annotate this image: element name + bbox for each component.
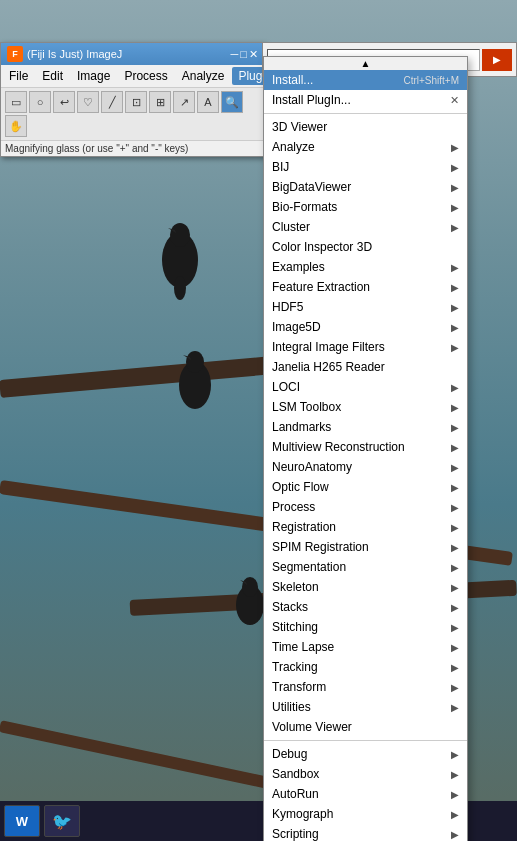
submenu-arrow-icon: ▶ [451, 402, 459, 413]
tool-rect[interactable]: ▭ [5, 91, 27, 113]
menu-item-cluster[interactable]: Cluster▶ [264, 217, 467, 237]
submenu-arrow-icon: ▶ [451, 682, 459, 693]
menu-item-spim-registration[interactable]: SPIM Registration▶ [264, 537, 467, 557]
menu-item-registration[interactable]: Registration▶ [264, 517, 467, 537]
menu-item-bottom-sandbox[interactable]: Sandbox▶ [264, 764, 467, 784]
submenu-arrow-icon: ▶ [451, 582, 459, 593]
menu-analyze[interactable]: Analyze [176, 67, 231, 85]
submenu-arrow-icon: ▶ [451, 322, 459, 333]
menu-item-stitching[interactable]: Stitching▶ [264, 617, 467, 637]
item-label: Cluster [272, 220, 451, 234]
tool-wand[interactable]: ⊞ [149, 91, 171, 113]
item-label: Examples [272, 260, 451, 274]
tool-oval[interactable]: ○ [29, 91, 51, 113]
menu-item-bottom-debug[interactable]: Debug▶ [264, 744, 467, 764]
item-label: Utilities [272, 700, 451, 714]
menu-item-bottom-autorun[interactable]: AutoRun▶ [264, 784, 467, 804]
item-label: Kymograph [272, 807, 451, 821]
item-label: Tracking [272, 660, 451, 674]
menu-file[interactable]: File [3, 67, 34, 85]
menu-item-loci[interactable]: LOCI▶ [264, 377, 467, 397]
menu-item-janelia-h265-reader[interactable]: Janelia H265 Reader [264, 357, 467, 377]
tool-line[interactable]: ╱ [101, 91, 123, 113]
submenu-arrow-icon: ▶ [451, 522, 459, 533]
tool-freehand[interactable]: ♡ [77, 91, 99, 113]
item-label: Time Lapse [272, 640, 451, 654]
menu-item-bottom-kymograph[interactable]: Kymograph▶ [264, 804, 467, 824]
maximize-btn[interactable]: □ [240, 48, 247, 61]
tool-text[interactable]: A [197, 91, 219, 113]
tool-polygon[interactable]: ↩ [53, 91, 75, 113]
taskbar-bird-app[interactable]: 🐦 [44, 805, 80, 837]
submenu-arrow-icon: ▶ [451, 222, 459, 233]
menu-item-hdf5[interactable]: HDF5▶ [264, 297, 467, 317]
menu-item-segmentation[interactable]: Segmentation▶ [264, 557, 467, 577]
item-label: Volume Viewer [272, 720, 459, 734]
submenu-arrow-icon: ▶ [451, 602, 459, 613]
menu-item-tracking[interactable]: Tracking▶ [264, 657, 467, 677]
item-label: Segmentation [272, 560, 451, 574]
menu-item-image5d[interactable]: Image5D▶ [264, 317, 467, 337]
menu-item-utilities[interactable]: Utilities▶ [264, 697, 467, 717]
install-plugin-item[interactable]: Install PlugIn... ✕ [264, 90, 467, 110]
menu-item-3d-viewer[interactable]: 3D Viewer [264, 117, 467, 137]
submenu-arrow-icon: ▶ [451, 182, 459, 193]
menu-items-bottom: Debug▶Sandbox▶AutoRun▶Kymograph▶Scriptin… [264, 744, 467, 841]
menu-item-color-inspector-3d[interactable]: Color Inspector 3D [264, 237, 467, 257]
item-label: Janelia H265 Reader [272, 360, 459, 374]
minimize-btn[interactable]: ─ [231, 48, 239, 61]
item-label: Analyze [272, 140, 451, 154]
menu-item-lsm-toolbox[interactable]: LSM Toolbox▶ [264, 397, 467, 417]
menu-item-volume-viewer[interactable]: Volume Viewer [264, 717, 467, 737]
bird-1 [140, 200, 220, 320]
submenu-arrow-icon: ▶ [451, 749, 459, 760]
title-area: F (Fiji Is Just) ImageJ [7, 46, 122, 62]
imagej-window: F (Fiji Is Just) ImageJ ─ □ ✕ File Edit … [0, 42, 265, 157]
submenu-arrow-icon: ▶ [451, 422, 459, 433]
submenu-arrow-icon: ▶ [451, 342, 459, 353]
plugins-dropdown: ▲ Install... Ctrl+Shift+M Install PlugIn… [263, 56, 468, 841]
menu-item-neuroanatomy[interactable]: NeuroAnatomy▶ [264, 457, 467, 477]
submenu-arrow-icon: ▶ [451, 202, 459, 213]
tool-arrow[interactable]: ↗ [173, 91, 195, 113]
item-label: Skeleton [272, 580, 451, 594]
menu-item-time-lapse[interactable]: Time Lapse▶ [264, 637, 467, 657]
imagej-titlebar: F (Fiji Is Just) ImageJ ─ □ ✕ [1, 43, 264, 65]
menu-item-transform[interactable]: Transform▶ [264, 677, 467, 697]
menu-image[interactable]: Image [71, 67, 116, 85]
menu-process[interactable]: Process [118, 67, 173, 85]
menu-item-analyze[interactable]: Analyze▶ [264, 137, 467, 157]
status-text: Magnifying glass (or use "+" and "-" key… [5, 143, 188, 154]
submenu-arrow-icon: ▶ [451, 562, 459, 573]
install-item[interactable]: Install... Ctrl+Shift+M [264, 70, 467, 90]
menu-item-landmarks[interactable]: Landmarks▶ [264, 417, 467, 437]
menu-edit[interactable]: Edit [36, 67, 69, 85]
menu-item-integral-image-filters[interactable]: Integral Image Filters▶ [264, 337, 467, 357]
menu-item-examples[interactable]: Examples▶ [264, 257, 467, 277]
submenu-arrow-icon: ▶ [451, 262, 459, 273]
search-go-button[interactable]: ▶ [482, 49, 512, 71]
menu-item-stacks[interactable]: Stacks▶ [264, 597, 467, 617]
item-label: Process [272, 500, 451, 514]
tool-pan[interactable]: ✋ [5, 115, 27, 137]
tool-magnify[interactable]: 🔍 [221, 91, 243, 113]
close-btn[interactable]: ✕ [249, 48, 258, 61]
close-dropdown-icon[interactable]: ✕ [450, 94, 459, 107]
submenu-arrow-icon: ▶ [451, 542, 459, 553]
item-label: NeuroAnatomy [272, 460, 451, 474]
submenu-arrow-icon: ▶ [451, 789, 459, 800]
menu-item-multiview-reconstruction[interactable]: Multiview Reconstruction▶ [264, 437, 467, 457]
tool-multipoint[interactable]: ⊡ [125, 91, 147, 113]
menu-item-bottom-scripting[interactable]: Scripting▶ [264, 824, 467, 841]
menu-item-process[interactable]: Process▶ [264, 497, 467, 517]
menu-item-feature-extraction[interactable]: Feature Extraction▶ [264, 277, 467, 297]
menu-item-bigdataviewer[interactable]: BigDataViewer▶ [264, 177, 467, 197]
scroll-up-arrow[interactable]: ▲ [264, 57, 467, 70]
menu-item-bio-formats[interactable]: Bio-Formats▶ [264, 197, 467, 217]
taskbar-word[interactable]: W [4, 805, 40, 837]
menu-item-optic-flow[interactable]: Optic Flow▶ [264, 477, 467, 497]
menu-item-skeleton[interactable]: Skeleton▶ [264, 577, 467, 597]
item-label: Registration [272, 520, 451, 534]
bird-2 [160, 330, 230, 430]
menu-item-bij[interactable]: BIJ▶ [264, 157, 467, 177]
